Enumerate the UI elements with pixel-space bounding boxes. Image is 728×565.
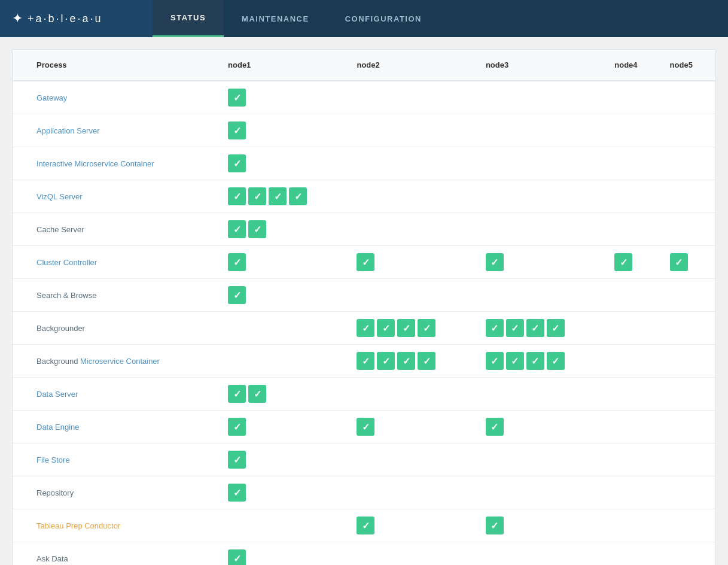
nav-maintenance[interactable]: MAINTENANCE	[224, 0, 327, 37]
cell-node2	[347, 114, 476, 147]
check-badge	[526, 352, 544, 370]
process-name-cell: VizQL Server	[13, 180, 218, 213]
cell-node4	[605, 345, 660, 378]
nav-configuration[interactable]: CONFIGURATION	[327, 0, 440, 37]
check-badge	[506, 319, 524, 337]
process-name: Application Server	[36, 126, 100, 135]
table-row: VizQL Server	[13, 180, 715, 213]
check-badges	[614, 253, 650, 271]
cell-node4	[605, 180, 660, 213]
table-row: File Store	[13, 444, 715, 476]
process-name-cell: Gateway	[13, 81, 218, 114]
status-table-container: Process node1 node2 node3 node4 node5 Ga…	[12, 49, 716, 565]
check-badge	[228, 549, 246, 565]
check-badges	[228, 418, 337, 436]
process-name-cell: Ask Data	[13, 542, 218, 566]
check-badge	[397, 352, 415, 370]
cell-node1	[218, 509, 347, 542]
cell-node3	[476, 246, 605, 279]
header: ✦ +a·b·l·e·a·u STATUS MAINTENANCE CONFIG…	[0, 0, 728, 37]
table-row: Background Microservice Container	[13, 345, 715, 378]
cell-node1	[218, 180, 347, 213]
check-badge	[228, 121, 246, 139]
table-row: Application Server	[13, 114, 715, 147]
check-badge	[228, 286, 246, 304]
table-row: Interactive Microservice Container	[13, 147, 715, 180]
check-badge	[228, 89, 246, 107]
check-badge	[357, 253, 374, 271]
cell-node5	[660, 81, 715, 114]
cell-node2	[347, 476, 476, 509]
check-badge	[418, 352, 435, 370]
cell-node3	[476, 542, 605, 566]
cell-node1	[218, 246, 347, 279]
cell-node4	[605, 213, 660, 246]
nav-status[interactable]: STATUS	[153, 0, 224, 37]
status-table: Process node1 node2 node3 node4 node5 Ga…	[13, 50, 715, 565]
cell-node4	[605, 509, 660, 542]
logo-text: +a·b·l·e·a·u	[28, 13, 103, 25]
cell-node3	[476, 147, 605, 180]
process-name-cell: Backgrounder	[13, 312, 218, 345]
check-badges	[670, 253, 706, 271]
cell-node1	[218, 279, 347, 312]
check-badge	[228, 220, 246, 238]
check-badges	[228, 89, 337, 107]
cell-node5	[660, 114, 715, 147]
cell-node2	[347, 81, 476, 114]
cell-node1	[218, 378, 347, 411]
cell-node5	[660, 345, 715, 378]
check-badge	[547, 319, 565, 337]
cell-node4	[605, 444, 660, 476]
check-badge	[357, 352, 374, 370]
process-name: Cluster Controller	[36, 258, 97, 267]
table-row: Backgrounder	[13, 312, 715, 345]
process-name-cell: Data Server	[13, 378, 218, 411]
check-badge	[248, 220, 266, 238]
check-badge	[377, 352, 395, 370]
process-name: Ask Data	[36, 554, 68, 563]
cell-node3	[476, 378, 605, 411]
check-badges	[228, 253, 337, 271]
main-content: Process node1 node2 node3 node4 node5 Ga…	[0, 37, 728, 565]
check-badges	[357, 418, 466, 436]
cell-node3	[476, 81, 605, 114]
process-name-cell: Cache Server	[13, 213, 218, 246]
check-badges	[228, 187, 337, 205]
check-badge	[248, 187, 266, 205]
process-name: Cache Server	[36, 225, 84, 234]
process-name: Background	[36, 357, 80, 366]
cell-node2	[347, 411, 476, 444]
cell-node1	[218, 213, 347, 246]
check-badge	[228, 484, 246, 502]
check-badge	[357, 517, 374, 534]
check-badges	[228, 549, 337, 565]
cell-node4	[605, 81, 660, 114]
check-badge	[357, 418, 374, 436]
cell-node3	[476, 312, 605, 345]
process-name-cell: Search & Browse	[13, 279, 218, 312]
check-badge	[614, 253, 632, 271]
process-name-highlight: Microservice Container	[80, 357, 160, 366]
cell-node2	[347, 246, 476, 279]
cell-node4	[605, 411, 660, 444]
cell-node3	[476, 279, 605, 312]
process-name-cell: Background Microservice Container	[13, 345, 218, 378]
table-row: Cluster Controller	[13, 246, 715, 279]
main-nav: STATUS MAINTENANCE CONFIGURATION	[153, 0, 440, 37]
cell-node3	[476, 476, 605, 509]
check-badges	[357, 517, 466, 534]
cell-node4	[605, 378, 660, 411]
check-badges	[486, 418, 595, 436]
col-node5: node5	[660, 50, 715, 81]
cell-node4	[605, 114, 660, 147]
process-name: Repository	[36, 488, 74, 497]
check-badge	[486, 418, 504, 436]
cell-node3	[476, 213, 605, 246]
table-row: Gateway	[13, 81, 715, 114]
check-badges	[357, 352, 466, 370]
cell-node3	[476, 509, 605, 542]
check-badges	[486, 253, 595, 271]
cell-node4	[605, 542, 660, 566]
check-badge	[526, 319, 544, 337]
